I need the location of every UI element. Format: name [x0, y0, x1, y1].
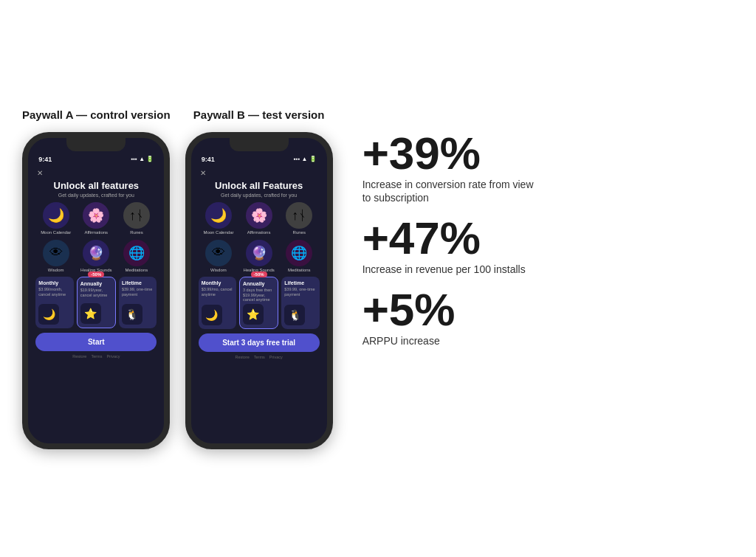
meditations-label-b: Meditations	[288, 268, 311, 273]
icon-healing-b: 🔮 Healing Sounds	[241, 240, 277, 273]
privacy-b[interactable]: Privacy	[269, 355, 283, 359]
plan-annually-a[interactable]: -50% Annually $19.99/year, cancel anytim…	[77, 277, 116, 328]
plan-annually-img-a: ⭐	[80, 303, 101, 324]
plan-monthly-sub-b: $3.99/mo, cancel anytime	[202, 287, 233, 297]
plan-lifetime-img-b: 🐧	[284, 305, 305, 325]
affirmations-label-a: Affirmations	[85, 230, 109, 235]
stat-item-2: +47% Increase in revenue per 100 install…	[362, 215, 540, 276]
pricing-row-a: Monthly $3.99/month, cancel anytime 🌙 -5…	[35, 277, 157, 328]
icon-meditations-a: 🌐 Meditations	[119, 240, 154, 273]
icon-runes-b: ↑ᚾ Runes	[281, 202, 317, 235]
plan-monthly-b[interactable]: Monthly $3.99/mo, cancel anytime 🌙	[199, 277, 236, 329]
status-bar-a: 9:41 ▪▪▪ ▲ 🔋	[35, 154, 157, 165]
stat-number-2: +47%	[362, 215, 540, 261]
icon-healing-a: 🔮 Healing Sounds	[78, 240, 114, 273]
start-btn-b[interactable]: Start 3 days free trial	[199, 333, 320, 352]
status-icons-a: ▪▪▪ ▲ 🔋	[131, 156, 154, 162]
icon-wisdom-a: 👁 Wisdom	[38, 240, 74, 273]
icon-affirmations-b: 🌸 Affirmations	[241, 202, 277, 235]
paywall-b-label: Paywall B — test version	[193, 108, 325, 121]
paywall-b-phone: 9:41 ▪▪▪ ▲ 🔋 ✕ Unlock all Features Get d…	[185, 132, 333, 449]
plan-lifetime-sub-a: $39.99, one-time payment	[122, 287, 154, 297]
icon-runes-a: ↑ᚾ Runes	[119, 202, 154, 235]
plan-monthly-a[interactable]: Monthly $3.99/month, cancel anytime 🌙	[35, 277, 73, 328]
wisdom-circle-b: 👁	[205, 240, 232, 266]
plan-lifetime-title-a: Lifetime	[122, 280, 154, 286]
plan-lifetime-title-b: Lifetime	[284, 280, 316, 286]
badge-a: -50%	[88, 271, 104, 277]
affirmations-circle-b: 🌸	[246, 202, 272, 229]
footer-a: Restore Terms Privacy	[35, 354, 157, 359]
plan-lifetime-b[interactable]: Lifetime $39.99, one-time payment 🐧	[281, 277, 319, 329]
plan-annually-img-b: ⭐	[243, 304, 264, 325]
icon-moon-a: 🌙 Moon Calendar	[38, 202, 74, 235]
icon-moon-b: 🌙 Moon Calendar	[201, 202, 236, 235]
paywall-a-phone: 9:41 ▪▪▪ ▲ 🔋 ✕ Unlock all features Get d…	[22, 132, 170, 449]
runes-circle-a: ↑ᚾ	[123, 202, 150, 229]
stat-item-1: +39% Increase in conversion rate from vi…	[362, 131, 540, 204]
stat-item-3: +5% ARPPU increase	[362, 287, 540, 347]
main-container: Paywall A — control version 9:41 ▪▪▪ ▲ 🔋…	[0, 94, 756, 464]
close-x-b[interactable]: ✕	[199, 167, 320, 179]
status-icons-b: ▪▪▪ ▲ 🔋	[294, 156, 317, 162]
icon-wisdom-b: 👁 Wisdom	[201, 240, 236, 273]
runes-label-a: Runes	[130, 230, 142, 235]
paywall-a-group: Paywall A — control version 9:41 ▪▪▪ ▲ 🔋…	[22, 108, 171, 449]
restore-b[interactable]: Restore	[235, 355, 249, 359]
healing-circle-a: 🔮	[83, 240, 109, 266]
badge-b: -50%	[251, 271, 267, 277]
healing-circle-b: 🔮	[246, 240, 272, 266]
phone-title-a: Unlock all features	[35, 180, 157, 192]
plan-monthly-title-a: Monthly	[38, 280, 70, 286]
icon-meditations-b: 🌐 Meditations	[281, 240, 317, 273]
meditations-circle-a: 🌐	[123, 240, 150, 266]
time-a: 9:41	[38, 156, 52, 163]
icons-row1-b: 🌙 Moon Calendar 🌸 Affirmations ↑ᚾ Runes	[199, 202, 320, 235]
plan-monthly-img-a: 🌙	[38, 304, 59, 325]
moon-circle-a: 🌙	[43, 202, 69, 229]
plan-lifetime-sub-b: $39.99, one-time payment	[284, 287, 316, 297]
icons-row2-b: 👁 Wisdom 🔮 Healing Sounds 🌐 Meditations	[199, 240, 320, 273]
moon-label-a: Moon Calendar	[41, 230, 71, 235]
affirmations-circle-a: 🌸	[83, 202, 109, 229]
terms-a[interactable]: Terms	[91, 354, 102, 359]
restore-a[interactable]: Restore	[72, 354, 86, 359]
plan-lifetime-a[interactable]: Lifetime $39.99, one-time payment 🐧	[119, 277, 157, 328]
affirmations-label-b: Affirmations	[247, 230, 271, 235]
stat-desc-2: Increase in revenue per 100 installs	[362, 263, 540, 276]
plan-annually-title-b: Annually	[243, 281, 275, 286]
stat-desc-1: Increase in conversion rate from view to…	[362, 178, 540, 204]
meditations-label-a: Meditations	[126, 268, 148, 273]
start-btn-a[interactable]: Start	[35, 333, 157, 351]
paywall-b-group: Paywall B — test version 9:41 ▪▪▪ ▲ 🔋 ✕ …	[185, 108, 333, 449]
plan-monthly-sub-a: $3.99/month, cancel anytime	[38, 287, 70, 297]
runes-label-b: Runes	[293, 230, 306, 235]
wisdom-circle-a: 👁	[43, 240, 69, 266]
plan-annually-b[interactable]: -50% Annually 3 days free then $19.99/ye…	[239, 277, 278, 329]
footer-b: Restore Terms Privacy	[199, 355, 320, 359]
time-b: 9:41	[202, 156, 215, 163]
paywall-a-label: Paywall A — control version	[22, 108, 171, 121]
plan-annually-title-a: Annually	[80, 281, 112, 286]
stat-number-1: +39%	[362, 131, 540, 176]
plan-monthly-title-b: Monthly	[202, 280, 233, 286]
moon-circle-b: 🌙	[205, 202, 232, 229]
terms-b[interactable]: Terms	[254, 355, 265, 359]
icons-row2-a: 👁 Wisdom 🔮 Healing Sounds 🌐 Meditations	[35, 240, 157, 273]
icons-row1-a: 🌙 Moon Calendar 🌸 Affirmations ↑ᚾ Runes	[35, 202, 157, 235]
phones-section: Paywall A — control version 9:41 ▪▪▪ ▲ 🔋…	[22, 108, 333, 449]
pricing-row-b: Monthly $3.99/mo, cancel anytime 🌙 -50% …	[199, 277, 320, 329]
stat-desc-3: ARPPU increase	[362, 334, 540, 347]
moon-label-b: Moon Calendar	[203, 230, 233, 235]
plan-monthly-img-b: 🌙	[202, 305, 222, 325]
privacy-a[interactable]: Privacy	[106, 354, 120, 359]
meditations-circle-b: 🌐	[286, 240, 312, 266]
close-x-a[interactable]: ✕	[35, 167, 157, 179]
stat-number-3: +5%	[362, 287, 540, 333]
phone-subtitle-a: Get daily updates, crafted for you	[35, 193, 157, 198]
plan-annually-sub-b: 3 days free then $19.99/year, cancel any…	[243, 288, 275, 302]
status-bar-b: 9:41 ▪▪▪ ▲ 🔋	[199, 154, 320, 165]
wisdom-label-b: Wisdom	[210, 268, 227, 273]
phone-subtitle-b: Get daily updates, crafted for you	[199, 193, 320, 198]
icon-affirmations-a: 🌸 Affirmations	[78, 202, 114, 235]
